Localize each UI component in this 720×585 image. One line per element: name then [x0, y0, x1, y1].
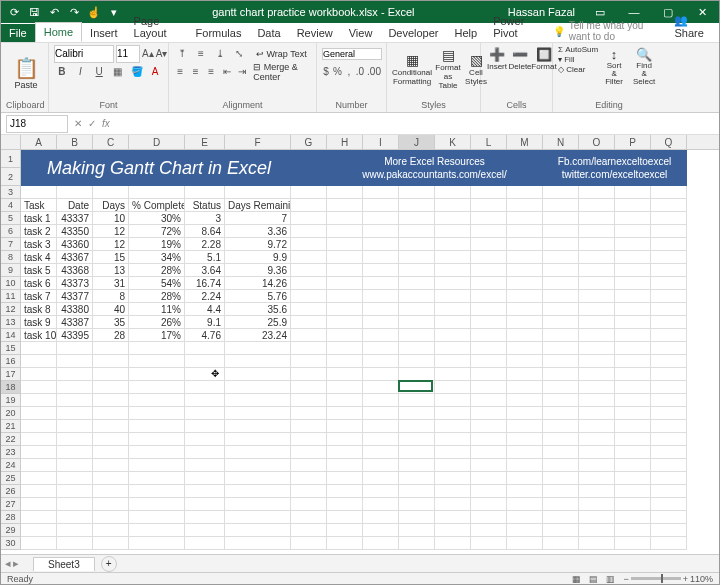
- cell[interactable]: [129, 186, 185, 199]
- cell[interactable]: [291, 225, 327, 238]
- formula-input[interactable]: [116, 116, 719, 132]
- align-center-button[interactable]: ≡: [189, 64, 201, 80]
- cell[interactable]: [435, 225, 471, 238]
- cell[interactable]: [579, 394, 615, 407]
- cell[interactable]: [651, 303, 687, 316]
- column-header[interactable]: L: [471, 135, 507, 149]
- cell[interactable]: 2.28: [185, 238, 225, 251]
- cell[interactable]: [93, 446, 129, 459]
- underline-button[interactable]: U: [91, 64, 107, 80]
- cell[interactable]: [579, 264, 615, 277]
- cell[interactable]: [507, 251, 543, 264]
- cell[interactable]: [291, 316, 327, 329]
- cell[interactable]: [435, 485, 471, 498]
- cell[interactable]: [399, 498, 435, 511]
- cell[interactable]: [543, 355, 579, 368]
- column-header[interactable]: F: [225, 135, 291, 149]
- cell[interactable]: 13: [93, 264, 129, 277]
- cell[interactable]: [543, 251, 579, 264]
- cell[interactable]: [57, 446, 93, 459]
- cell[interactable]: 5.1: [185, 251, 225, 264]
- cell[interactable]: 12: [93, 238, 129, 251]
- cell[interactable]: [129, 342, 185, 355]
- cell[interactable]: [225, 537, 291, 550]
- orientation-button[interactable]: ⤡: [231, 46, 247, 62]
- cell[interactable]: [507, 446, 543, 459]
- cell[interactable]: [579, 251, 615, 264]
- cell[interactable]: [543, 433, 579, 446]
- cell[interactable]: [543, 381, 579, 394]
- cell[interactable]: [57, 342, 93, 355]
- row-header[interactable]: 28: [1, 511, 21, 524]
- cell[interactable]: [579, 446, 615, 459]
- cell[interactable]: [615, 420, 651, 433]
- cell[interactable]: [579, 368, 615, 381]
- cell[interactable]: [507, 524, 543, 537]
- cell[interactable]: [291, 264, 327, 277]
- cell[interactable]: [21, 485, 57, 498]
- cell[interactable]: [225, 524, 291, 537]
- cell[interactable]: 12: [93, 225, 129, 238]
- cell[interactable]: [185, 342, 225, 355]
- cell[interactable]: [579, 407, 615, 420]
- cell[interactable]: [21, 537, 57, 550]
- cell[interactable]: [327, 537, 363, 550]
- cell[interactable]: [507, 498, 543, 511]
- name-box[interactable]: [6, 115, 68, 133]
- cell[interactable]: [291, 355, 327, 368]
- cell[interactable]: [615, 212, 651, 225]
- cell[interactable]: 9.9: [225, 251, 291, 264]
- row-header[interactable]: 17: [1, 368, 21, 381]
- cell[interactable]: [579, 277, 615, 290]
- cell[interactable]: [291, 537, 327, 550]
- cell[interactable]: [363, 537, 399, 550]
- cell[interactable]: 43373: [57, 277, 93, 290]
- worksheet-grid[interactable]: 12Making Gantt Chart in ExcelMore Excel …: [1, 150, 719, 550]
- cell[interactable]: [543, 368, 579, 381]
- cell[interactable]: [291, 212, 327, 225]
- cell[interactable]: [327, 407, 363, 420]
- cell[interactable]: [543, 498, 579, 511]
- cell[interactable]: [327, 303, 363, 316]
- decrease-indent-button[interactable]: ⇤: [220, 64, 232, 80]
- cell[interactable]: [327, 394, 363, 407]
- cell[interactable]: 43387: [57, 316, 93, 329]
- format-as-table-button[interactable]: ▤Format as Table: [433, 45, 463, 92]
- cell[interactable]: [363, 212, 399, 225]
- zoom-slider[interactable]: [631, 577, 681, 580]
- cell[interactable]: [507, 212, 543, 225]
- cell[interactable]: [327, 524, 363, 537]
- cell[interactable]: [651, 238, 687, 251]
- cell[interactable]: [291, 407, 327, 420]
- cell[interactable]: [471, 381, 507, 394]
- cell[interactable]: [471, 433, 507, 446]
- align-bottom-button[interactable]: ⤓: [212, 46, 228, 62]
- cell[interactable]: [21, 368, 57, 381]
- cell[interactable]: [57, 459, 93, 472]
- cell[interactable]: [615, 407, 651, 420]
- cell[interactable]: 7: [225, 212, 291, 225]
- cell[interactable]: [363, 251, 399, 264]
- cell[interactable]: [291, 290, 327, 303]
- cell[interactable]: [93, 394, 129, 407]
- cell[interactable]: 3.64: [185, 264, 225, 277]
- autosum-button[interactable]: Σ AutoSum: [558, 45, 598, 54]
- cell[interactable]: [21, 524, 57, 537]
- row-header[interactable]: 1: [1, 150, 21, 168]
- cell[interactable]: [651, 277, 687, 290]
- cell[interactable]: [57, 537, 93, 550]
- cell[interactable]: [291, 420, 327, 433]
- cell[interactable]: [129, 381, 185, 394]
- cell[interactable]: [543, 446, 579, 459]
- cell[interactable]: [615, 537, 651, 550]
- cell[interactable]: [471, 472, 507, 485]
- cell[interactable]: [399, 368, 435, 381]
- cell[interactable]: [93, 485, 129, 498]
- cell[interactable]: [363, 238, 399, 251]
- cell[interactable]: [129, 485, 185, 498]
- cell[interactable]: [471, 498, 507, 511]
- cell[interactable]: [579, 342, 615, 355]
- cell[interactable]: Task: [21, 199, 57, 212]
- cell[interactable]: [579, 472, 615, 485]
- cell[interactable]: [615, 498, 651, 511]
